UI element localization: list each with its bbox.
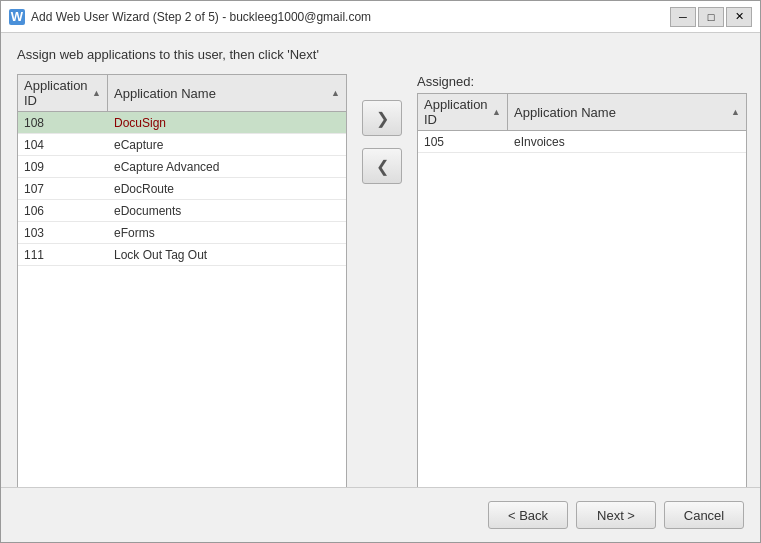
next-button[interactable]: Next > bbox=[576, 501, 656, 529]
left-row-id: 108 bbox=[18, 112, 108, 133]
move-right-button[interactable]: ❯ bbox=[362, 100, 402, 136]
left-list-header: Application ID ▲ Application Name ▲ bbox=[18, 75, 346, 112]
left-sort-name-icon: ▲ bbox=[331, 88, 340, 98]
close-button[interactable]: ✕ bbox=[726, 7, 752, 27]
left-list-row[interactable]: 108 DocuSign bbox=[18, 112, 346, 134]
left-header-name: Application Name ▲ bbox=[108, 75, 346, 111]
left-list-row[interactable]: 104 eCapture bbox=[18, 134, 346, 156]
left-list-row[interactable]: 107 eDocRoute bbox=[18, 178, 346, 200]
panels-row: Application ID ▲ Application Name ▲ 108 … bbox=[17, 74, 744, 516]
title-bar-controls: ─ □ ✕ bbox=[670, 7, 752, 27]
cancel-button[interactable]: Cancel bbox=[664, 501, 744, 529]
left-row-id: 104 bbox=[18, 134, 108, 155]
right-sort-name-icon: ▲ bbox=[731, 107, 740, 117]
left-panel-section: Application ID ▲ Application Name ▲ 108 … bbox=[17, 74, 347, 494]
main-content: Assign web applications to this user, th… bbox=[1, 33, 760, 489]
left-list-body: 108 DocuSign 104 eCapture 109 eCapture A… bbox=[18, 112, 346, 493]
right-row-name: eInvoices bbox=[508, 131, 746, 152]
title-bar-text: Add Web User Wizard (Step 2 of 5) - buck… bbox=[31, 10, 664, 24]
right-list-body: 105 eInvoices bbox=[418, 131, 746, 512]
left-sort-id-icon: ▲ bbox=[92, 88, 101, 98]
left-row-name: eForms bbox=[108, 222, 346, 243]
left-row-name: DocuSign bbox=[108, 112, 346, 133]
left-row-name: eCapture Advanced bbox=[108, 156, 346, 177]
left-row-id: 107 bbox=[18, 178, 108, 199]
right-header-name: Application Name ▲ bbox=[508, 94, 746, 130]
left-list-row[interactable]: 109 eCapture Advanced bbox=[18, 156, 346, 178]
right-sort-id-icon: ▲ bbox=[492, 107, 501, 117]
left-row-id: 103 bbox=[18, 222, 108, 243]
left-list-table: Application ID ▲ Application Name ▲ 108 … bbox=[17, 74, 347, 494]
right-list-table: Application ID ▲ Application Name ▲ 105 … bbox=[417, 93, 747, 513]
right-list-header: Application ID ▲ Application Name ▲ bbox=[418, 94, 746, 131]
right-row-id: 105 bbox=[418, 131, 508, 152]
left-list-row[interactable]: 103 eForms bbox=[18, 222, 346, 244]
instruction-text: Assign web applications to this user, th… bbox=[17, 47, 744, 62]
left-list-row[interactable]: 111 Lock Out Tag Out bbox=[18, 244, 346, 266]
left-list-row[interactable]: 106 eDocuments bbox=[18, 200, 346, 222]
left-row-name: eDocuments bbox=[108, 200, 346, 221]
left-header-id: Application ID ▲ bbox=[18, 75, 108, 111]
left-row-id: 111 bbox=[18, 244, 108, 265]
left-row-id: 109 bbox=[18, 156, 108, 177]
left-row-name: eCapture bbox=[108, 134, 346, 155]
back-button[interactable]: < Back bbox=[488, 501, 568, 529]
right-header-id: Application ID ▲ bbox=[418, 94, 508, 130]
left-row-name: eDocRoute bbox=[108, 178, 346, 199]
title-bar: W Add Web User Wizard (Step 2 of 5) - bu… bbox=[1, 1, 760, 33]
maximize-button[interactable]: □ bbox=[698, 7, 724, 27]
footer: < Back Next > Cancel bbox=[1, 487, 760, 542]
right-list-row[interactable]: 105 eInvoices bbox=[418, 131, 746, 153]
left-row-id: 106 bbox=[18, 200, 108, 221]
assigned-label: Assigned: bbox=[417, 74, 747, 89]
minimize-button[interactable]: ─ bbox=[670, 7, 696, 27]
move-left-button[interactable]: ❮ bbox=[362, 148, 402, 184]
left-row-name: Lock Out Tag Out bbox=[108, 244, 346, 265]
right-panel-section: Assigned: Application ID ▲ Application N… bbox=[417, 74, 747, 513]
app-icon: W bbox=[9, 9, 25, 25]
arrow-buttons-panel: ❯ ❮ bbox=[347, 100, 417, 184]
